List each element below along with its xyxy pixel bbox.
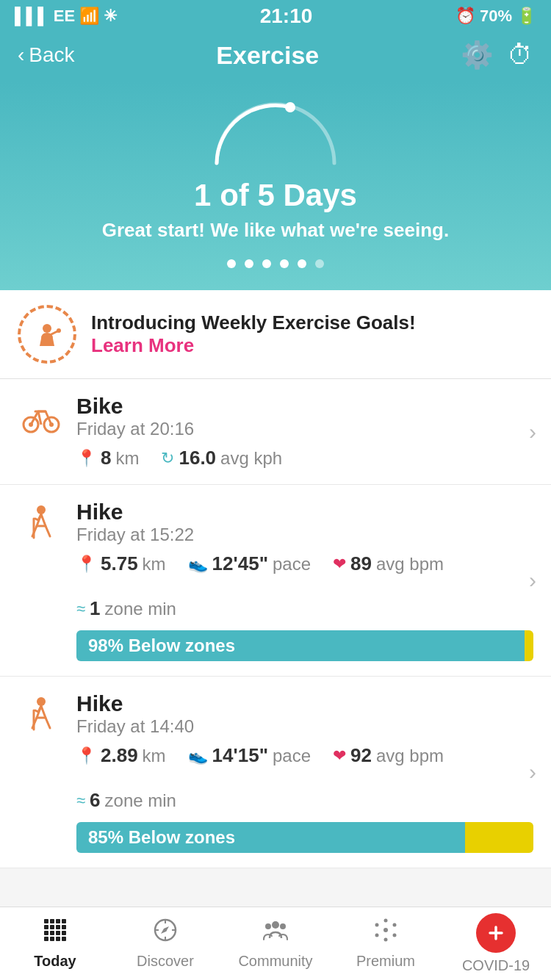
- bike-stats: 📍 8 km ↻ 16.0 avg kph: [76, 447, 533, 469]
- bottom-nav: Today Discover: [0, 907, 551, 980]
- promo-main-text: Introducing Weekly Exercise Goals!: [91, 311, 416, 334]
- hike1-zone-fill: 98% Below zones: [76, 630, 525, 661]
- hike2-zone-icon: ≈: [76, 791, 85, 810]
- hike2-zone-bar: 85% Below zones: [76, 822, 533, 853]
- bike-km-val: 8: [101, 447, 111, 469]
- hike2-info: Hike Friday at 14:40 📍 2.89 km 👟 14'15" …: [76, 691, 533, 853]
- hike2-chevron-icon: ›: [529, 760, 536, 785]
- svg-point-39: [375, 934, 379, 937]
- hike2-distance: 📍 2.89 km: [76, 744, 166, 767]
- svg-rect-24: [50, 937, 54, 941]
- svg-point-1: [43, 324, 51, 333]
- hike1-pace: 👟 12'45" pace: [188, 552, 311, 575]
- hero-subtitle: Great start! We like what we're seeing.: [0, 219, 551, 242]
- bike-speed: ↻ 16.0 avg kph: [161, 447, 282, 469]
- discover-label: Discover: [137, 953, 194, 970]
- hike2-stats: 📍 2.89 km 👟 14'15" pace ❤ 92 avg b: [76, 744, 533, 812]
- dot-1[interactable]: [227, 259, 236, 268]
- hike1-zone-icon: ≈: [76, 599, 85, 619]
- nav-today[interactable]: Today: [0, 907, 110, 980]
- svg-rect-23: [44, 937, 48, 941]
- back-chevron-icon: ‹: [18, 43, 24, 67]
- svg-point-34: [265, 923, 271, 929]
- hike1-icon: [18, 500, 65, 547]
- bike-chevron-icon: ›: [529, 419, 536, 444]
- svg-rect-15: [44, 925, 48, 929]
- bike-km-unit: km: [115, 448, 139, 469]
- bike-kph-unit: avg kph: [220, 448, 282, 469]
- hike2-icon: [18, 691, 65, 738]
- covid-label: COVID-19: [462, 957, 530, 974]
- nav-covid[interactable]: COVID-19: [441, 907, 551, 980]
- dot-3[interactable]: [262, 259, 271, 268]
- hike2-km-val: 2.89: [101, 744, 138, 767]
- hike1-zone-unit: zone min: [105, 599, 176, 619]
- dot-4[interactable]: [280, 259, 289, 268]
- speed-icon: ↻: [161, 449, 174, 468]
- svg-point-41: [384, 919, 388, 923]
- discover-icon: [153, 918, 178, 948]
- svg-rect-14: [62, 919, 66, 923]
- today-icon: [43, 918, 68, 948]
- dot-2[interactable]: [245, 259, 253, 268]
- hike1-loc-icon: 📍: [76, 555, 96, 574]
- dot-5[interactable]: [298, 259, 306, 268]
- hike1-bpm: ❤ 89 avg bpm: [333, 552, 444, 575]
- stopwatch-icon[interactable]: ⏱: [507, 40, 533, 71]
- svg-rect-13: [56, 919, 60, 923]
- hike1-chevron-icon: ›: [529, 568, 536, 593]
- exercise-item-bike[interactable]: Bike Friday at 20:16 📍 8 km ↻ 16.0 avg k…: [0, 379, 551, 485]
- exercise-item-hike1[interactable]: Hike Friday at 15:22 📍 5.75 km 👟 12'45" …: [0, 485, 551, 677]
- bike-distance: 📍 8 km: [76, 447, 139, 469]
- battery-area: ⏰ 70% 🔋: [455, 7, 536, 26]
- hike1-name: Hike: [76, 500, 533, 525]
- promo-banner: Introducing Weekly Exercise Goals! Learn…: [0, 290, 551, 379]
- hike1-heart-icon: ❤: [333, 555, 346, 574]
- hike2-zone-remainder: [465, 822, 533, 853]
- exercise-item-hike2[interactable]: Hike Friday at 14:40 📍 2.89 km 👟 14'15" …: [0, 677, 551, 868]
- settings-icon[interactable]: ⚙️: [461, 40, 494, 71]
- hike1-distance: 📍 5.75 km: [76, 552, 166, 575]
- hike2-km-unit: km: [143, 746, 166, 766]
- svg-point-38: [393, 923, 397, 927]
- hike1-bpm-unit: avg bpm: [376, 554, 444, 574]
- nav-premium[interactable]: Premium: [331, 907, 441, 980]
- bike-icon: [18, 394, 65, 441]
- hike1-km-unit: km: [143, 554, 166, 574]
- svg-rect-12: [50, 919, 54, 923]
- back-button[interactable]: ‹ Back: [18, 43, 75, 67]
- svg-rect-20: [50, 931, 54, 935]
- bike-kph-val: 16.0: [179, 447, 216, 469]
- premium-icon: [373, 918, 398, 948]
- learn-more-link[interactable]: Learn More: [91, 334, 416, 357]
- premium-label: Premium: [356, 953, 415, 970]
- hike1-pace-icon: 👟: [188, 555, 208, 574]
- hike2-time: Friday at 14:40: [76, 716, 533, 737]
- nav-discover[interactable]: Discover: [110, 907, 220, 980]
- bike-time: Friday at 20:16: [76, 419, 533, 439]
- signal-area: ▌▌▌ EE 📶 ✳: [15, 7, 117, 26]
- hike2-bpm: ❤ 92 avg bpm: [333, 744, 444, 767]
- hike1-km-val: 5.75: [101, 552, 138, 575]
- header-icons: ⚙️ ⏱: [461, 40, 533, 71]
- page-title: Exercise: [216, 41, 319, 70]
- exercise-list: Bike Friday at 20:16 📍 8 km ↻ 16.0 avg k…: [0, 379, 551, 868]
- community-icon: [262, 918, 289, 948]
- svg-point-9: [37, 697, 46, 706]
- hike1-time: Friday at 15:22: [76, 525, 533, 545]
- location-icon: 📍: [76, 449, 96, 468]
- hike1-info: Hike Friday at 15:22 📍 5.75 km 👟 12'45" …: [76, 500, 533, 661]
- status-time: 21:10: [260, 4, 313, 28]
- today-label: Today: [34, 953, 76, 970]
- covid-icon: [476, 913, 516, 953]
- dot-6[interactable]: [315, 259, 324, 268]
- nav-community[interactable]: Community: [220, 907, 331, 980]
- back-label: Back: [29, 43, 74, 67]
- hike1-bpm-val: 89: [350, 552, 372, 575]
- hike2-zone-label: 85% Below zones: [88, 827, 235, 848]
- hike1-pace-unit: pace: [273, 554, 311, 574]
- hike2-zone-unit: zone min: [105, 790, 176, 811]
- promo-text: Introducing Weekly Exercise Goals! Learn…: [91, 311, 416, 357]
- hike2-pace-icon: 👟: [188, 746, 208, 765]
- hike2-zone-fill: 85% Below zones: [76, 822, 465, 853]
